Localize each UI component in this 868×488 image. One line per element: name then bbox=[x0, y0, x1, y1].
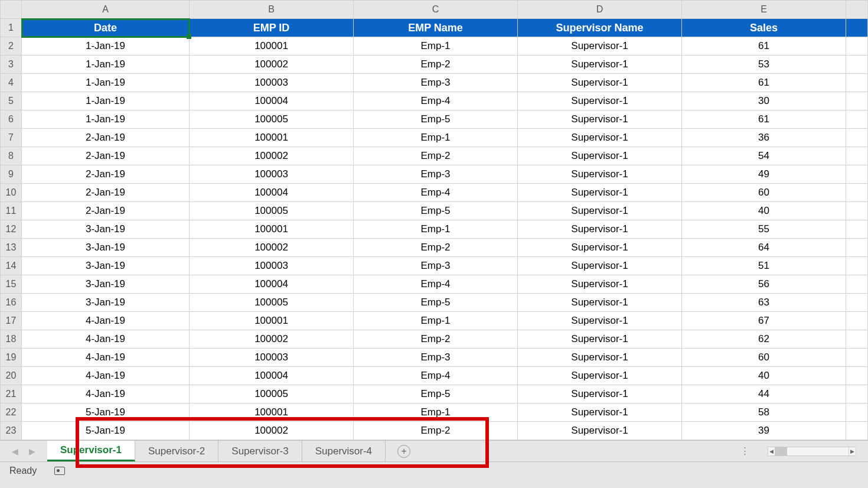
cell-emp-name[interactable]: Emp-1 bbox=[354, 404, 518, 422]
sheet-tab[interactable]: Supervisor-2 bbox=[135, 441, 218, 461]
sheet-tab[interactable]: Supervisor-4 bbox=[302, 441, 386, 461]
cell-sales[interactable]: 36 bbox=[682, 129, 846, 147]
cell-supervisor[interactable]: Supervisor-1 bbox=[518, 92, 682, 110]
cell-date[interactable]: 3-Jan-19 bbox=[22, 257, 190, 275]
row-header[interactable]: 21 bbox=[1, 385, 22, 404]
cell-sales[interactable]: 39 bbox=[682, 422, 846, 440]
cell-C1[interactable]: EMP Name bbox=[354, 19, 518, 37]
col-header-E[interactable]: E bbox=[682, 1, 846, 19]
cell-supervisor[interactable]: Supervisor-1 bbox=[518, 404, 682, 422]
row-header[interactable]: 13 bbox=[1, 239, 22, 257]
row-header[interactable]: 12 bbox=[1, 220, 22, 239]
cell-date[interactable]: 1-Jan-19 bbox=[22, 37, 190, 56]
cell-emp-id[interactable]: 100001 bbox=[190, 37, 354, 56]
cell-date[interactable]: 2-Jan-19 bbox=[22, 184, 190, 202]
cell-date[interactable]: 3-Jan-19 bbox=[22, 239, 190, 257]
cell-emp-name[interactable]: Emp-5 bbox=[354, 110, 518, 129]
cell-emp-name[interactable]: Emp-4 bbox=[354, 367, 518, 385]
row-header[interactable]: 15 bbox=[1, 275, 22, 294]
cell-sales[interactable]: 53 bbox=[682, 56, 846, 74]
cell-sales[interactable]: 62 bbox=[682, 330, 846, 349]
cell-blank[interactable] bbox=[846, 239, 868, 257]
cell-blank[interactable] bbox=[846, 37, 868, 56]
cell-date[interactable]: 3-Jan-19 bbox=[22, 294, 190, 312]
cell-E1[interactable]: Sales bbox=[682, 19, 846, 37]
cell-B1[interactable]: EMP ID bbox=[190, 19, 354, 37]
cell-blank[interactable] bbox=[846, 19, 868, 37]
col-header-A[interactable]: A bbox=[22, 1, 190, 19]
cell-blank[interactable] bbox=[846, 147, 868, 165]
cell-emp-id[interactable]: 100001 bbox=[190, 312, 354, 330]
row-header[interactable]: 3 bbox=[1, 56, 22, 74]
row-header[interactable]: 17 bbox=[1, 312, 22, 330]
cell-date[interactable]: 4-Jan-19 bbox=[22, 385, 190, 404]
cell-supervisor[interactable]: Supervisor-1 bbox=[518, 37, 682, 56]
cell-date[interactable]: 5-Jan-19 bbox=[22, 422, 190, 440]
cell-emp-name[interactable]: Emp-3 bbox=[354, 74, 518, 92]
cell-emp-name[interactable]: Emp-1 bbox=[354, 220, 518, 239]
cell-sales[interactable]: 64 bbox=[682, 239, 846, 257]
cell-emp-name[interactable]: Emp-2 bbox=[354, 239, 518, 257]
sheet-tab[interactable]: Supervisor-3 bbox=[218, 441, 302, 461]
col-header-B[interactable]: B bbox=[190, 1, 354, 19]
cell-sales[interactable]: 49 bbox=[682, 165, 846, 184]
cell-emp-name[interactable]: Emp-3 bbox=[354, 349, 518, 367]
row-header[interactable]: 22 bbox=[1, 404, 22, 422]
cell-emp-id[interactable]: 100003 bbox=[190, 349, 354, 367]
cell-supervisor[interactable]: Supervisor-1 bbox=[518, 312, 682, 330]
cell-blank[interactable] bbox=[846, 129, 868, 147]
row-header[interactable]: 11 bbox=[1, 202, 22, 220]
cell-emp-id[interactable]: 100004 bbox=[190, 92, 354, 110]
cell-emp-name[interactable]: Emp-5 bbox=[354, 202, 518, 220]
cell-supervisor[interactable]: Supervisor-1 bbox=[518, 147, 682, 165]
cell-blank[interactable] bbox=[846, 385, 868, 404]
cell-date[interactable]: 2-Jan-19 bbox=[22, 165, 190, 184]
cell-supervisor[interactable]: Supervisor-1 bbox=[518, 349, 682, 367]
cell-date[interactable]: 4-Jan-19 bbox=[22, 312, 190, 330]
cell-supervisor[interactable]: Supervisor-1 bbox=[518, 129, 682, 147]
cell-blank[interactable] bbox=[846, 367, 868, 385]
cell-emp-name[interactable]: Emp-2 bbox=[354, 147, 518, 165]
row-header[interactable]: 2 bbox=[1, 37, 22, 56]
row-header[interactable]: 8 bbox=[1, 147, 22, 165]
cell-emp-id[interactable]: 100005 bbox=[190, 294, 354, 312]
cell-date[interactable]: 2-Jan-19 bbox=[22, 202, 190, 220]
cell-sales[interactable]: 54 bbox=[682, 147, 846, 165]
cell-emp-name[interactable]: Emp-5 bbox=[354, 385, 518, 404]
scroll-thumb[interactable] bbox=[775, 447, 787, 456]
cell-emp-id[interactable]: 100001 bbox=[190, 129, 354, 147]
cell-supervisor[interactable]: Supervisor-1 bbox=[518, 422, 682, 440]
cell-date[interactable]: 4-Jan-19 bbox=[22, 367, 190, 385]
cell-blank[interactable] bbox=[846, 202, 868, 220]
cell-emp-id[interactable]: 100001 bbox=[190, 404, 354, 422]
cell-emp-id[interactable]: 100002 bbox=[190, 147, 354, 165]
cell-emp-id[interactable]: 100003 bbox=[190, 165, 354, 184]
cell-blank[interactable] bbox=[846, 165, 868, 184]
cell-supervisor[interactable]: Supervisor-1 bbox=[518, 367, 682, 385]
cell-emp-id[interactable]: 100002 bbox=[190, 56, 354, 74]
cell-emp-id[interactable]: 100003 bbox=[190, 74, 354, 92]
cell-sales[interactable]: 56 bbox=[682, 275, 846, 294]
cell-blank[interactable] bbox=[846, 220, 868, 239]
cell-D1[interactable]: Supervisor Name bbox=[518, 19, 682, 37]
row-header[interactable]: 6 bbox=[1, 110, 22, 129]
cell-sales[interactable]: 63 bbox=[682, 294, 846, 312]
cell-sales[interactable]: 61 bbox=[682, 110, 846, 129]
cell-emp-id[interactable]: 100005 bbox=[190, 385, 354, 404]
cell-emp-name[interactable]: Emp-2 bbox=[354, 56, 518, 74]
cell-date[interactable]: 2-Jan-19 bbox=[22, 129, 190, 147]
row-header[interactable]: 18 bbox=[1, 330, 22, 349]
cell-blank[interactable] bbox=[846, 184, 868, 202]
scroll-right-icon[interactable]: ▶ bbox=[849, 447, 856, 456]
scroll-left-icon[interactable]: ◀ bbox=[768, 447, 775, 456]
cell-sales[interactable]: 61 bbox=[682, 37, 846, 56]
cell-date[interactable]: 1-Jan-19 bbox=[22, 110, 190, 129]
cell-supervisor[interactable]: Supervisor-1 bbox=[518, 56, 682, 74]
cell-date[interactable]: 4-Jan-19 bbox=[22, 349, 190, 367]
cell-emp-id[interactable]: 100005 bbox=[190, 110, 354, 129]
select-all-corner[interactable] bbox=[1, 1, 22, 19]
row-header[interactable]: 9 bbox=[1, 165, 22, 184]
cell-supervisor[interactable]: Supervisor-1 bbox=[518, 257, 682, 275]
cell-emp-name[interactable]: Emp-3 bbox=[354, 165, 518, 184]
cell-A1[interactable]: Date bbox=[22, 19, 190, 37]
